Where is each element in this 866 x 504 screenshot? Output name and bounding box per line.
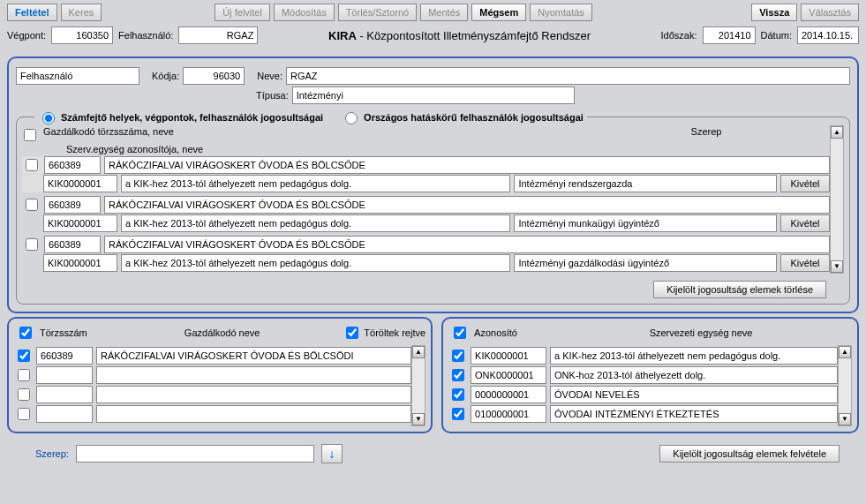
right-list-panel: Azonosító Szervezeti egység neve ▲ ▼ <box>441 317 859 433</box>
radio-orszagos-input[interactable] <box>345 112 358 124</box>
left-row-checkbox[interactable] <box>18 350 30 362</box>
perm-azonnev-field[interactable] <box>121 175 510 192</box>
perm-azon-field[interactable] <box>43 214 117 232</box>
right-nev-field[interactable] <box>550 386 838 403</box>
perm-szerep-field[interactable] <box>514 214 777 232</box>
scroll-up-icon[interactable]: ▲ <box>831 126 843 139</box>
scroll-down-icon[interactable]: ▼ <box>831 260 843 273</box>
keres-button[interactable]: Keres <box>61 4 102 21</box>
kivetel-button[interactable]: Kivétel <box>780 254 830 272</box>
perm-row-checkbox[interactable] <box>26 159 38 171</box>
scroll-up-icon[interactable]: ▲ <box>412 346 425 358</box>
radio-orszagos[interactable]: Országos hatáskörű felhasználók jogosult… <box>341 109 584 124</box>
radio-szamfejto[interactable]: Számfejtő helyek, végpontok, felhasználó… <box>38 109 323 124</box>
right-row-checkbox[interactable] <box>452 369 464 381</box>
right-nev-field[interactable] <box>550 366 838 384</box>
left-row-checkbox[interactable] <box>18 388 30 401</box>
left-nev-field[interactable] <box>96 366 411 384</box>
perm-torzs-field[interactable] <box>44 156 101 174</box>
szerep-dropdown-button[interactable]: ↓ <box>321 444 343 463</box>
vegpont-field[interactable] <box>51 26 113 44</box>
left-row-checkbox[interactable] <box>18 369 30 381</box>
modositas-button[interactable]: Módosítás <box>274 4 335 21</box>
left-torzs-field[interactable] <box>36 386 93 403</box>
megsem-button[interactable]: Mégsem <box>471 4 526 21</box>
tipusa-field[interactable] <box>292 87 575 104</box>
left-nev-field[interactable] <box>96 386 411 403</box>
left-torzs-field[interactable] <box>36 405 93 423</box>
idoszak-field[interactable] <box>703 26 756 44</box>
perms-scrollbar[interactable]: ▲ ▼ <box>830 125 844 274</box>
perm-row-checkbox[interactable] <box>26 199 38 211</box>
left-scrollbar[interactable]: ▲ ▼ <box>411 345 425 426</box>
right-header-checkbox[interactable] <box>454 327 466 339</box>
left-header-nev: Gazdálkodó neve <box>107 327 337 338</box>
tipusa-label: Típusa: <box>256 90 289 101</box>
main-panel: Kódja: Neve: Típusa: Számfejtő helyek, v… <box>7 56 859 313</box>
vissza-button[interactable]: Vissza <box>751 4 797 21</box>
right-row-checkbox[interactable] <box>452 388 464 401</box>
add-perms-button[interactable]: Kijelölt jogosultság elemek felvétele <box>659 445 840 463</box>
datum-field[interactable] <box>797 26 859 44</box>
torles-button[interactable]: Törlés/Sztornó <box>338 4 418 21</box>
right-azon-field[interactable] <box>471 405 546 423</box>
perm-azonnev-field[interactable] <box>121 254 510 272</box>
right-azon-field[interactable] <box>471 347 546 365</box>
perm-azonnev-field[interactable] <box>121 214 510 232</box>
perm-szerep-field[interactable] <box>514 175 777 192</box>
left-nev-field[interactable] <box>96 347 411 365</box>
kivetel-button[interactable]: Kivétel <box>780 175 830 192</box>
left-nev-field[interactable] <box>96 405 411 423</box>
scroll-up-icon[interactable]: ▲ <box>839 346 851 358</box>
arrow-down-icon: ↓ <box>328 447 335 461</box>
toroltek-checkbox[interactable] <box>346 327 358 339</box>
perm-torzsnev-field[interactable] <box>104 196 830 214</box>
perm-azon-field[interactable] <box>43 254 117 272</box>
nyomtatas-button[interactable]: Nyomtatás <box>530 4 592 21</box>
radio-szamfejto-input[interactable] <box>42 112 55 124</box>
uj-felvitel-button[interactable]: Új felvitel <box>215 4 270 21</box>
scroll-down-icon[interactable]: ▼ <box>839 413 851 425</box>
neve-field[interactable] <box>286 67 850 85</box>
right-scrollbar[interactable]: ▲ ▼ <box>838 345 852 426</box>
perm-torzs-field[interactable] <box>44 196 101 214</box>
list-item <box>448 347 838 365</box>
perms-header-szerep: Szerep <box>662 126 750 144</box>
left-row-checkbox[interactable] <box>18 408 30 420</box>
perm-torzsnev-field[interactable] <box>104 236 830 253</box>
feltetel-button[interactable]: Feltétel <box>7 4 57 21</box>
szerep-field[interactable] <box>76 445 314 463</box>
scroll-down-icon[interactable]: ▼ <box>412 413 425 425</box>
left-torzs-field[interactable] <box>36 366 93 384</box>
felhasznalo-label: Felhasználó: <box>118 30 173 41</box>
perms-header-checkbox[interactable] <box>24 129 36 141</box>
perm-szerep-field[interactable] <box>514 254 777 272</box>
mentes-button[interactable]: Mentés <box>420 4 468 21</box>
perm-torzs-field[interactable] <box>44 236 101 253</box>
right-azon-field[interactable] <box>471 366 546 384</box>
user-title-field[interactable] <box>16 67 139 85</box>
right-nev-field[interactable] <box>550 347 838 365</box>
kodja-label: Kódja: <box>152 71 179 81</box>
left-torzs-field[interactable] <box>36 347 93 365</box>
radio-szamfejto-label: Számfejtő helyek, végpontok, felhasználó… <box>61 112 323 123</box>
right-azon-field[interactable] <box>471 386 546 403</box>
radio-orszagos-label: Országos hatáskörű felhasználók jogosult… <box>364 112 584 123</box>
list-item <box>448 386 838 403</box>
delete-perms-button[interactable]: Kijelölt jogosultság elemek törlése <box>653 281 826 298</box>
right-row-checkbox[interactable] <box>452 350 464 362</box>
valasztas-button[interactable]: Választás <box>801 4 859 21</box>
perm-row-checkbox[interactable] <box>26 238 38 251</box>
toroltek-checkbox-wrap[interactable]: Töröltek rejtve <box>343 324 425 342</box>
perm-entry: Kivétel <box>22 236 830 272</box>
kodja-field[interactable] <box>183 67 245 85</box>
perm-torzsnev-field[interactable] <box>104 156 830 174</box>
right-nev-field[interactable] <box>550 405 838 423</box>
felhasznalo-field[interactable] <box>178 26 258 44</box>
list-item <box>448 366 838 384</box>
right-row-checkbox[interactable] <box>452 408 464 420</box>
kivetel-button[interactable]: Kivétel <box>780 214 830 232</box>
right-header-azon: Azonosító <box>474 327 545 338</box>
left-header-checkbox[interactable] <box>19 327 32 339</box>
perm-azon-field[interactable] <box>43 175 117 192</box>
